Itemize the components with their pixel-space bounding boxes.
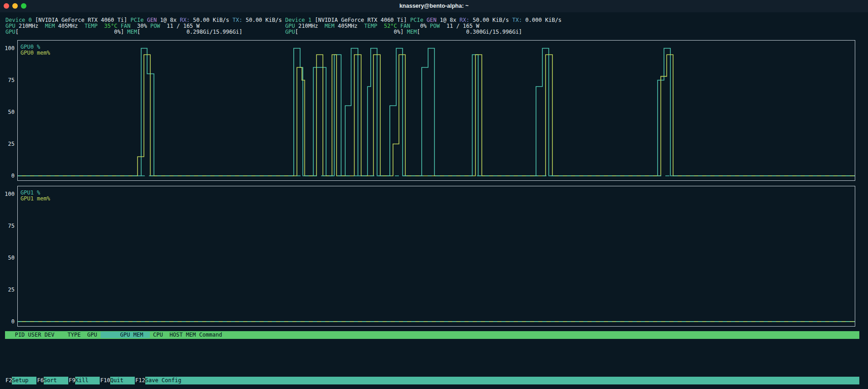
text-segment: 0.000 KiB/s	[526, 17, 562, 23]
fkey-f9[interactable]: F9	[68, 377, 75, 384]
gpu1-chart: GPU1 %GPU1 mem%	[17, 186, 855, 327]
text-segment: GPU	[5, 23, 19, 29]
text-segment: 50.00 KiB/s	[193, 17, 233, 23]
chart-canvas	[18, 41, 855, 180]
text-segment	[199, 23, 285, 29]
y-axis-tick: 100	[0, 46, 15, 51]
nvtop-screen: Device 0 [NVIDIA GeForce RTX 4060 Ti] PC…	[0, 12, 868, 389]
fkey-action-save-config[interactable]: Save Config	[145, 377, 859, 384]
fkey-action-kill[interactable]: Kill	[75, 377, 100, 384]
y-axis-tick: 0	[0, 173, 15, 179]
text-segment: 0%	[420, 23, 430, 29]
text-segment: [NVIDIA GeForce RTX 4060 Ti]	[315, 17, 410, 23]
text-segment: MEM	[407, 29, 417, 35]
text-segment: GEN	[427, 17, 440, 23]
text-segment: RX:	[180, 17, 193, 23]
fkey-f10[interactable]: F10	[100, 377, 110, 384]
text-segment: FAN	[121, 23, 137, 29]
text-segment: [ 0%]	[15, 29, 128, 35]
fkey-action-sort[interactable]: Sort	[44, 377, 68, 384]
text-segment: TEMP	[84, 23, 104, 29]
y-axis-tick: 75	[0, 77, 15, 83]
fkey-action-quit[interactable]: Quit	[110, 377, 135, 384]
y-axis-tick: 25	[0, 287, 15, 293]
text-segment: FAN	[400, 23, 420, 29]
text-segment: GPU	[285, 29, 295, 35]
text-segment: GPU MEM	[101, 332, 150, 338]
text-segment: 11 / 165 W	[446, 23, 479, 29]
text-segment: MEM	[325, 23, 338, 29]
chart-legend: GPU0 %GPU0 mem%	[20, 44, 50, 56]
y-axis-tick: 0	[0, 319, 15, 325]
text-segment: 11 / 165 W	[167, 23, 199, 29]
text-segment: PCIe	[410, 17, 427, 23]
y-axis-tick: 50	[0, 109, 15, 115]
text-segment: 210MHz	[19, 23, 45, 29]
titlebar: knassery@bento-alpha: ~	[0, 0, 868, 12]
fkey-action-setup[interactable]: Setup	[12, 377, 36, 384]
fkey-f12[interactable]: F12	[135, 377, 145, 384]
text-segment: GPU	[285, 23, 298, 29]
chart-legend: GPU1 %GPU1 mem%	[20, 190, 50, 202]
y-axis-tick: 100	[0, 191, 15, 197]
text-segment: 1@ 8x	[440, 17, 460, 23]
text-segment: TX:	[512, 17, 526, 23]
text-segment: Device 1	[285, 17, 315, 23]
chart-canvas	[18, 186, 855, 326]
text-segment: TEMP	[364, 23, 384, 29]
y-axis-tick: 75	[0, 223, 15, 229]
device-info: Device 0 [NVIDIA GeForce RTX 4060 Ti] PC…	[5, 17, 562, 35]
gpu0-chart: GPU0 %GPU0 mem%	[17, 40, 855, 181]
text-segment: 405MHz	[58, 23, 85, 29]
legend-entry: GPU1 mem%	[20, 196, 50, 202]
text-segment: POW	[430, 23, 446, 29]
gpu0-chart-y-axis: 1007550250	[0, 40, 15, 181]
legend-entry: GPU0 mem%	[20, 50, 50, 56]
text-segment: GEN	[147, 17, 160, 23]
text-segment: TX:	[233, 17, 246, 23]
fkey-bar: F2SetupF6SortF9KillF10QuitF12Save Config	[5, 377, 859, 384]
window-title: knassery@bento-alpha: ~	[0, 0, 868, 12]
text-segment	[242, 29, 285, 35]
text-segment: 52°C	[384, 23, 400, 29]
process-table-header[interactable]: PID USER DEV TYPE GPU GPU MEM CPU HOST M…	[5, 331, 859, 339]
text-segment: 30%	[137, 23, 150, 29]
text-segment: 210MHz	[298, 23, 325, 29]
fkey-f2[interactable]: F2	[5, 377, 12, 384]
text-segment: 50.00 KiB/s	[245, 17, 285, 23]
series-gpu0-mem-	[18, 55, 855, 176]
gpu1-chart-y-axis: 1007550250	[0, 186, 15, 327]
text-segment: RX:	[460, 17, 473, 23]
text-segment: PCIe	[131, 17, 147, 23]
text-segment: 1@ 8x	[160, 17, 180, 23]
text-segment: [NVIDIA GeForce RTX 4060 Ti]	[35, 17, 131, 23]
text-segment: MEM	[127, 29, 137, 35]
text-segment: 35°C	[104, 23, 121, 29]
fkey-f6[interactable]: F6	[36, 377, 43, 384]
text-segment: MEM	[45, 23, 58, 29]
text-segment: CPU HOST MEM Command	[150, 332, 222, 338]
text-segment: 50.00 KiB/s	[473, 17, 512, 23]
text-segment: GPU	[5, 29, 15, 35]
text-segment: 405MHz	[338, 23, 364, 29]
y-axis-tick: 25	[0, 141, 15, 147]
terminal-window: knassery@bento-alpha: ~ Device 0 [NVIDIA…	[0, 0, 868, 389]
text-segment: POW	[150, 23, 167, 29]
text-segment: [ 0.298Gi/15.996Gi]	[137, 29, 242, 35]
device-info-line-3: GPU[ 0%] MEM[ 0.298Gi/15.996Gi] GPU[ 0%]…	[5, 29, 562, 35]
text-segment: [ 0%]	[295, 29, 407, 35]
y-axis-tick: 50	[0, 255, 15, 261]
text-segment: Device 0	[5, 17, 35, 23]
text-segment: PID USER DEV TYPE GPU	[5, 332, 101, 338]
text-segment: [ 0.300Gi/15.996Gi]	[417, 29, 522, 35]
